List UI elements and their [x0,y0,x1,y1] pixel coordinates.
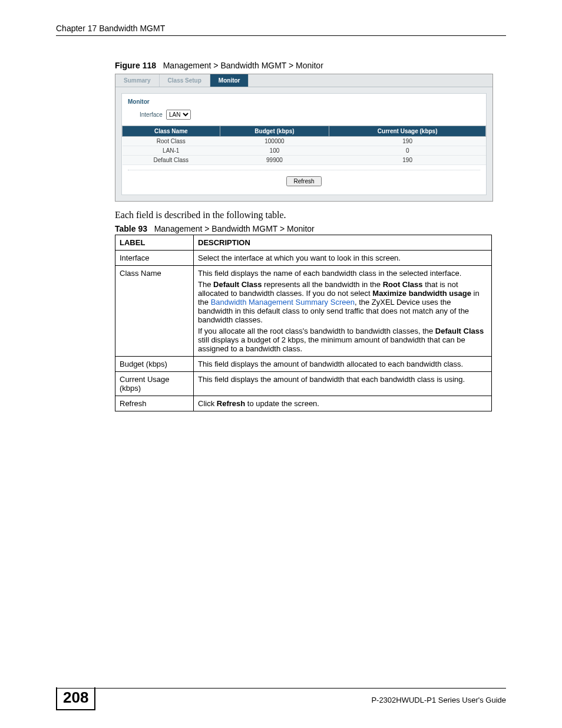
cell-budget: 100000 [220,137,329,146]
intro-paragraph: Each field is described in the following… [115,210,506,220]
link-bandwidth-summary[interactable]: Bandwidth Management Summary Screen [211,298,355,307]
cell-name: LAN-1 [123,146,220,156]
table-label: Table 93 [115,224,147,233]
th-usage: Current Usage (kbps) [329,126,486,137]
row-desc: Select the interface at which you want t… [194,251,492,266]
table-title: Management > Bandwidth MGMT > Monitor [154,224,315,233]
cell-name: Root Class [123,137,220,146]
cell-usage: 0 [329,146,486,156]
row-label: Current Usage (kbps) [115,372,194,396]
refresh-button[interactable]: Refresh [286,176,321,186]
tab-class-setup[interactable]: Class Setup [160,74,210,87]
guide-name: P-2302HWUDL-P1 Series User's Guide [371,692,506,704]
figure-caption: Figure 118 Management > Bandwidth MGMT >… [115,61,506,70]
cell-usage: 190 [329,137,486,146]
cell-name: Default Class [123,156,220,165]
row-label: Class Name [115,266,194,357]
table-row: Interface Select the interface at which … [115,251,492,266]
page-footer: 208 P-2302HWUDL-P1 Series User's Guide [56,688,506,710]
panel-title: Monitor [122,94,486,107]
row-label: Interface [115,251,194,266]
row-desc: This field displays the amount of bandwi… [194,372,492,396]
bandwidth-table: Class Name Budget (kbps) Current Usage (… [122,126,486,165]
table-row: Class Name This field displays the name … [115,266,492,357]
table-row: Refresh Click Refresh to update the scre… [115,396,492,411]
screenshot-tabs: Summary Class Setup Monitor [115,74,492,87]
interface-label: Interface [140,111,163,118]
row-label: Refresh [115,396,194,411]
chapter-header: Chapter 17 Bandwidth MGMT [56,24,506,36]
figure-label: Figure 118 [115,61,156,70]
cell-budget: 99900 [220,156,329,165]
desc-p2: The Default Class represents all the ban… [198,280,487,324]
row-desc: This field displays the amount of bandwi… [194,357,492,372]
interface-select[interactable]: LAN [166,110,191,120]
table-caption: Table 93 Management > Bandwidth MGMT > M… [115,224,506,233]
row-desc: This field displays the name of each ban… [194,266,492,357]
table-row: LAN-1 100 0 [123,146,486,156]
tab-summary[interactable]: Summary [115,74,160,87]
page-number: 208 [56,687,95,710]
th-label: LABEL [115,235,194,251]
table-row: Default Class 99900 190 [123,156,486,165]
desc-p1: This field displays the name of each ban… [198,269,487,278]
figure-title: Management > Bandwidth MGMT > Monitor [163,61,323,70]
monitor-screenshot: Summary Class Setup Monitor Monitor Inte… [115,74,493,202]
tab-monitor[interactable]: Monitor [210,74,249,87]
table-row: Root Class 100000 190 [123,137,486,146]
cell-usage: 190 [329,156,486,165]
table-row: Budget (kbps) This field displays the am… [115,357,492,372]
table-row: Current Usage (kbps) This field displays… [115,372,492,396]
th-budget: Budget (kbps) [220,126,329,137]
cell-budget: 100 [220,146,329,156]
th-description: DESCRIPTION [194,235,492,251]
th-class-name: Class Name [123,126,220,137]
row-desc: Click Refresh to update the screen. [194,396,492,411]
row-label: Budget (kbps) [115,357,194,372]
desc-p3: If you allocate all the root class's ban… [198,327,487,353]
description-table: LABEL DESCRIPTION Interface Select the i… [115,235,492,411]
